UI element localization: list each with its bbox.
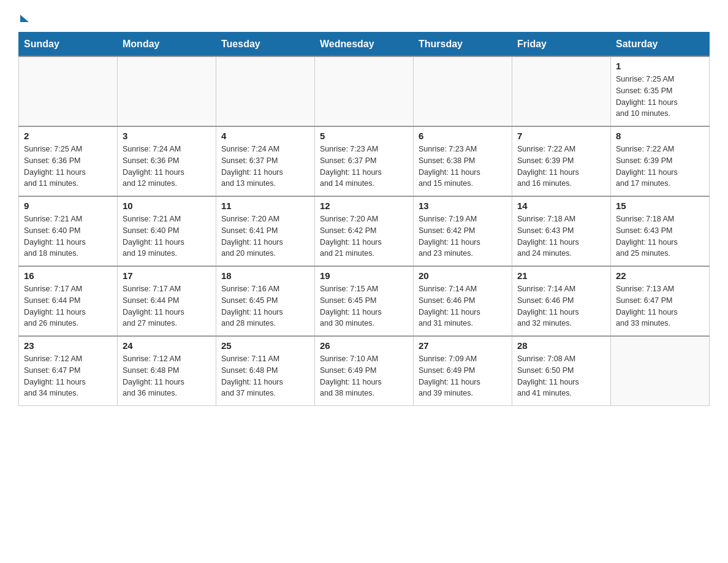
calendar-cell: 11Sunrise: 7:20 AM Sunset: 6:41 PM Dayli… bbox=[216, 196, 315, 266]
calendar-cell: 24Sunrise: 7:12 AM Sunset: 6:48 PM Dayli… bbox=[118, 336, 216, 406]
week-row-5: 23Sunrise: 7:12 AM Sunset: 6:47 PM Dayli… bbox=[19, 336, 710, 406]
day-number: 4 bbox=[221, 131, 309, 141]
day-info: Sunrise: 7:18 AM Sunset: 6:43 PM Dayligh… bbox=[517, 213, 605, 259]
calendar-cell: 6Sunrise: 7:23 AM Sunset: 6:38 PM Daylig… bbox=[414, 126, 512, 196]
week-row-3: 9Sunrise: 7:21 AM Sunset: 6:40 PM Daylig… bbox=[19, 196, 710, 266]
day-number: 5 bbox=[320, 131, 408, 141]
day-number: 22 bbox=[616, 270, 704, 281]
day-info: Sunrise: 7:14 AM Sunset: 6:46 PM Dayligh… bbox=[517, 283, 605, 329]
day-info: Sunrise: 7:18 AM Sunset: 6:43 PM Dayligh… bbox=[616, 213, 704, 259]
day-number: 1 bbox=[616, 61, 704, 71]
calendar-cell: 3Sunrise: 7:24 AM Sunset: 6:36 PM Daylig… bbox=[118, 126, 216, 196]
calendar-cell: 7Sunrise: 7:22 AM Sunset: 6:39 PM Daylig… bbox=[512, 126, 611, 196]
day-info: Sunrise: 7:19 AM Sunset: 6:42 PM Dayligh… bbox=[419, 213, 507, 259]
day-info: Sunrise: 7:08 AM Sunset: 6:50 PM Dayligh… bbox=[517, 353, 605, 399]
calendar-cell: 2Sunrise: 7:25 AM Sunset: 6:36 PM Daylig… bbox=[19, 126, 118, 196]
day-number: 15 bbox=[616, 201, 704, 211]
calendar-cell: 15Sunrise: 7:18 AM Sunset: 6:43 PM Dayli… bbox=[611, 196, 710, 266]
calendar-header-row: SundayMondayTuesdayWednesdayThursdayFrid… bbox=[19, 33, 710, 57]
day-number: 11 bbox=[221, 201, 309, 211]
weekday-header-saturday: Saturday bbox=[611, 33, 710, 57]
day-number: 10 bbox=[123, 201, 211, 211]
day-info: Sunrise: 7:23 AM Sunset: 6:37 PM Dayligh… bbox=[320, 144, 408, 190]
day-info: Sunrise: 7:25 AM Sunset: 6:36 PM Dayligh… bbox=[24, 144, 112, 190]
calendar-cell: 27Sunrise: 7:09 AM Sunset: 6:49 PM Dayli… bbox=[414, 336, 512, 406]
logo-arrow-icon bbox=[20, 15, 29, 22]
calendar-cell: 21Sunrise: 7:14 AM Sunset: 6:46 PM Dayli… bbox=[512, 266, 611, 336]
day-number: 21 bbox=[517, 270, 605, 281]
calendar-cell bbox=[315, 56, 414, 126]
day-info: Sunrise: 7:22 AM Sunset: 6:39 PM Dayligh… bbox=[616, 144, 704, 190]
day-info: Sunrise: 7:09 AM Sunset: 6:49 PM Dayligh… bbox=[419, 353, 507, 399]
day-number: 27 bbox=[419, 340, 507, 351]
day-info: Sunrise: 7:22 AM Sunset: 6:39 PM Dayligh… bbox=[517, 144, 605, 190]
day-info: Sunrise: 7:24 AM Sunset: 6:37 PM Dayligh… bbox=[221, 144, 309, 190]
calendar-cell: 5Sunrise: 7:23 AM Sunset: 6:37 PM Daylig… bbox=[315, 126, 414, 196]
day-info: Sunrise: 7:15 AM Sunset: 6:45 PM Dayligh… bbox=[320, 283, 408, 329]
calendar-cell: 9Sunrise: 7:21 AM Sunset: 6:40 PM Daylig… bbox=[19, 196, 118, 266]
day-number: 8 bbox=[616, 131, 704, 141]
calendar-cell: 1Sunrise: 7:25 AM Sunset: 6:35 PM Daylig… bbox=[611, 56, 710, 126]
day-info: Sunrise: 7:14 AM Sunset: 6:46 PM Dayligh… bbox=[419, 283, 507, 329]
calendar-cell: 10Sunrise: 7:21 AM Sunset: 6:40 PM Dayli… bbox=[118, 196, 216, 266]
weekday-header-wednesday: Wednesday bbox=[315, 33, 414, 57]
day-number: 16 bbox=[24, 270, 112, 281]
day-number: 9 bbox=[24, 201, 112, 211]
calendar-cell: 19Sunrise: 7:15 AM Sunset: 6:45 PM Dayli… bbox=[315, 266, 414, 336]
weekday-header-sunday: Sunday bbox=[19, 33, 118, 57]
day-number: 2 bbox=[24, 131, 112, 141]
calendar-cell: 22Sunrise: 7:13 AM Sunset: 6:47 PM Dayli… bbox=[611, 266, 710, 336]
day-info: Sunrise: 7:23 AM Sunset: 6:38 PM Dayligh… bbox=[419, 144, 507, 190]
day-number: 23 bbox=[24, 340, 112, 351]
week-row-4: 16Sunrise: 7:17 AM Sunset: 6:44 PM Dayli… bbox=[19, 266, 710, 336]
day-number: 24 bbox=[123, 340, 211, 351]
day-number: 17 bbox=[123, 270, 211, 281]
day-info: Sunrise: 7:21 AM Sunset: 6:40 PM Dayligh… bbox=[24, 213, 112, 259]
day-number: 20 bbox=[419, 270, 507, 281]
day-number: 19 bbox=[320, 270, 408, 281]
calendar-cell bbox=[414, 56, 512, 126]
week-row-1: 1Sunrise: 7:25 AM Sunset: 6:35 PM Daylig… bbox=[19, 56, 710, 126]
calendar-cell: 26Sunrise: 7:10 AM Sunset: 6:49 PM Dayli… bbox=[315, 336, 414, 406]
calendar-cell: 13Sunrise: 7:19 AM Sunset: 6:42 PM Dayli… bbox=[414, 196, 512, 266]
day-number: 28 bbox=[517, 340, 605, 351]
week-row-2: 2Sunrise: 7:25 AM Sunset: 6:36 PM Daylig… bbox=[19, 126, 710, 196]
day-number: 12 bbox=[320, 201, 408, 211]
calendar-cell: 20Sunrise: 7:14 AM Sunset: 6:46 PM Dayli… bbox=[414, 266, 512, 336]
day-number: 14 bbox=[517, 201, 605, 211]
page-header bbox=[18, 12, 710, 20]
calendar-cell bbox=[19, 56, 118, 126]
day-info: Sunrise: 7:25 AM Sunset: 6:35 PM Dayligh… bbox=[616, 74, 704, 120]
day-number: 7 bbox=[517, 131, 605, 141]
calendar-cell: 18Sunrise: 7:16 AM Sunset: 6:45 PM Dayli… bbox=[216, 266, 315, 336]
day-number: 13 bbox=[419, 201, 507, 211]
day-number: 3 bbox=[123, 131, 211, 141]
weekday-header-tuesday: Tuesday bbox=[216, 33, 315, 57]
day-info: Sunrise: 7:10 AM Sunset: 6:49 PM Dayligh… bbox=[320, 353, 408, 399]
day-number: 18 bbox=[221, 270, 309, 281]
calendar-cell bbox=[118, 56, 216, 126]
day-number: 6 bbox=[419, 131, 507, 141]
calendar-cell: 17Sunrise: 7:17 AM Sunset: 6:44 PM Dayli… bbox=[118, 266, 216, 336]
day-info: Sunrise: 7:24 AM Sunset: 6:36 PM Dayligh… bbox=[123, 144, 211, 190]
calendar-table: SundayMondayTuesdayWednesdayThursdayFrid… bbox=[18, 32, 710, 406]
weekday-header-thursday: Thursday bbox=[414, 33, 512, 57]
day-info: Sunrise: 7:20 AM Sunset: 6:42 PM Dayligh… bbox=[320, 213, 408, 259]
day-number: 26 bbox=[320, 340, 408, 351]
calendar-cell: 16Sunrise: 7:17 AM Sunset: 6:44 PM Dayli… bbox=[19, 266, 118, 336]
weekday-header-monday: Monday bbox=[118, 33, 216, 57]
day-info: Sunrise: 7:12 AM Sunset: 6:47 PM Dayligh… bbox=[24, 353, 112, 399]
day-info: Sunrise: 7:21 AM Sunset: 6:40 PM Dayligh… bbox=[123, 213, 211, 259]
calendar-cell: 14Sunrise: 7:18 AM Sunset: 6:43 PM Dayli… bbox=[512, 196, 611, 266]
logo bbox=[18, 12, 29, 20]
day-info: Sunrise: 7:16 AM Sunset: 6:45 PM Dayligh… bbox=[221, 283, 309, 329]
calendar-cell: 4Sunrise: 7:24 AM Sunset: 6:37 PM Daylig… bbox=[216, 126, 315, 196]
calendar-cell: 25Sunrise: 7:11 AM Sunset: 6:48 PM Dayli… bbox=[216, 336, 315, 406]
day-info: Sunrise: 7:20 AM Sunset: 6:41 PM Dayligh… bbox=[221, 213, 309, 259]
day-info: Sunrise: 7:17 AM Sunset: 6:44 PM Dayligh… bbox=[24, 283, 112, 329]
day-info: Sunrise: 7:12 AM Sunset: 6:48 PM Dayligh… bbox=[123, 353, 211, 399]
day-info: Sunrise: 7:13 AM Sunset: 6:47 PM Dayligh… bbox=[616, 283, 704, 329]
calendar-cell: 12Sunrise: 7:20 AM Sunset: 6:42 PM Dayli… bbox=[315, 196, 414, 266]
day-info: Sunrise: 7:17 AM Sunset: 6:44 PM Dayligh… bbox=[123, 283, 211, 329]
calendar-cell bbox=[512, 56, 611, 126]
